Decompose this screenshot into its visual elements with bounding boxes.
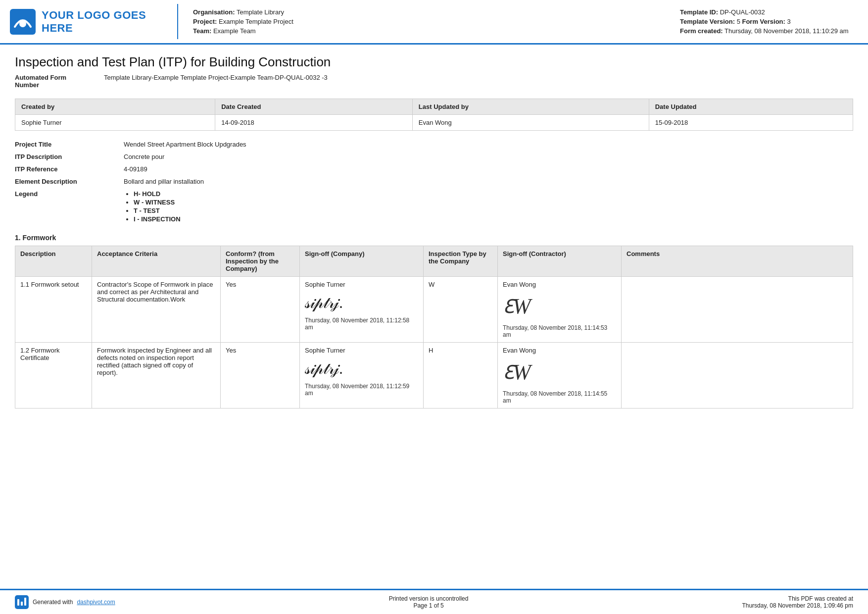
- row1-signoff-contractor: Evan Wong Ɛ W Thursday, 08 November 2018…: [498, 277, 622, 343]
- row1-signoff-company: Sophie Turner 𝓈𝒾𝓅𝓉𝓇𝒿. Thursday, 08 Novem…: [300, 277, 424, 343]
- header-meta-center: Organisation: Template Library Project: …: [178, 4, 670, 39]
- page-number: Page 1 of 5: [389, 602, 469, 609]
- form-number-value: Template Library-Example Template Projec…: [104, 74, 328, 81]
- form-created-label: Form created:: [680, 27, 723, 35]
- row1-inspection-type: W: [424, 277, 498, 343]
- project-value: Example Template Project: [219, 18, 293, 25]
- itp-ref-row: ITP Reference 4-09189: [15, 165, 853, 173]
- page-label: Page: [413, 602, 427, 609]
- doc-title: Inspection and Test Plan (ITP) for Build…: [15, 54, 853, 70]
- itp-ref-value: 4-09189: [124, 165, 147, 173]
- page-current: 1: [429, 602, 433, 609]
- legend-list: H- HOLD W - WITNESS T - TEST I - INSPECT…: [134, 190, 181, 223]
- project-details: Project Title Wendel Street Apartment Bl…: [15, 141, 853, 224]
- template-id-row: Template ID: DP-QUAL-0032: [680, 8, 858, 16]
- footer-left: Generated with dashpivot.com: [15, 595, 115, 609]
- generated-text: Generated with: [33, 599, 73, 606]
- pdf-created-value: Thursday, 08 November 2018, 1:09:46 pm: [742, 602, 853, 609]
- itp-ref-label: ITP Reference: [15, 165, 124, 173]
- table-row: 1.1 Formwork setout Contractor's Scope o…: [15, 277, 853, 343]
- th-comments: Comments: [622, 246, 853, 277]
- section1-title: 1. Formwork: [15, 234, 853, 242]
- date-updated-value: 15-09-2018: [649, 115, 853, 131]
- form-number-row: Automated FormNumber Template Library-Ex…: [15, 74, 853, 89]
- org-label: Organisation:: [193, 8, 235, 16]
- row1-company-sig-date: Thursday, 08 November 2018, 11:12:58 am: [305, 317, 418, 331]
- main-content: Inspection and Test Plan (ITP) for Build…: [0, 45, 868, 428]
- legend-row: Legend H- HOLD W - WITNESS T - TEST I - …: [15, 190, 853, 224]
- team-value: Example Team: [213, 27, 256, 35]
- info-table: Created by Date Created Last Updated by …: [15, 99, 853, 131]
- element-desc-row: Element Description Bollard and pillar i…: [15, 178, 853, 185]
- row2-signoff-contractor: Evan Wong Ɛ W Thursday, 08 November 2018…: [498, 343, 622, 409]
- page-footer: Generated with dashpivot.com Printed ver…: [0, 589, 868, 614]
- form-created-value: Thursday, 08 November 2018, 11:10:29 am: [724, 27, 849, 35]
- th-date-created: Date Created: [215, 99, 413, 115]
- legend-item-0: H- HOLD: [134, 190, 181, 198]
- last-updated-value: Evan Wong: [412, 115, 649, 131]
- row2-contractor-sig-date: Thursday, 08 November 2018, 11:14:55 am: [503, 390, 616, 404]
- row2-criteria: Formwork inspected by Engineer and all d…: [92, 343, 221, 409]
- form-created-row: Form created: Thursday, 08 November 2018…: [680, 27, 858, 35]
- row2-description: 1.2 Formwork Certificate: [15, 343, 92, 409]
- svg-rect-5: [24, 598, 26, 606]
- project-label: Project:: [193, 18, 217, 25]
- element-desc-value: Bollard and pillar installation: [124, 178, 204, 185]
- legend-item-3: I - INSPECTION: [134, 215, 181, 223]
- footer-center: Printed version is uncontrolled Page 1 o…: [389, 595, 469, 609]
- row2-inspection-type: H: [424, 343, 498, 409]
- th-criteria: Acceptance Criteria: [92, 246, 221, 277]
- project-row: Project: Example Template Project: [193, 18, 655, 25]
- page-of: of 5: [434, 602, 444, 609]
- row2-signoff-company: Sophie Turner 𝓈𝒾𝓅𝓉𝓇𝒿. Thursday, 08 Novem…: [300, 343, 424, 409]
- table-row: 1.2 Formwork Certificate Formwork inspec…: [15, 343, 853, 409]
- row2-conform: Yes: [221, 343, 300, 409]
- th-created-by: Created by: [15, 99, 215, 115]
- org-row: Organisation: Template Library: [193, 8, 655, 16]
- row2-company-signature: 𝓈𝒾𝓅𝓉𝓇𝒿.: [305, 356, 418, 381]
- row2-company-sig-date: Thursday, 08 November 2018, 11:12:59 am: [305, 383, 418, 397]
- section1-table: Description Acceptance Criteria Conform?…: [15, 246, 853, 409]
- row1-conform: Yes: [221, 277, 300, 343]
- template-id-label: Template ID:: [680, 8, 718, 16]
- logo-section: YOUR LOGO GOES HERE: [10, 4, 178, 39]
- row1-company-signer-name: Sophie Turner: [305, 281, 418, 288]
- dashpivot-link[interactable]: dashpivot.com: [77, 599, 115, 606]
- row2-company-signer-name: Sophie Turner: [305, 347, 418, 354]
- pdf-created-label: This PDF was created at: [742, 595, 853, 602]
- template-id-value: DP-QUAL-0032: [720, 8, 765, 16]
- row2-contractor-signature: Ɛ W: [503, 356, 616, 388]
- dashpivot-icon: [15, 595, 29, 609]
- date-created-value: 14-09-2018: [215, 115, 413, 131]
- page-header: YOUR LOGO GOES HERE Organisation: Templa…: [0, 0, 868, 45]
- project-title-label: Project Title: [15, 141, 124, 148]
- itp-desc-row: ITP Description Concrete pour: [15, 153, 853, 160]
- header-meta-right: Template ID: DP-QUAL-0032 Template Versi…: [670, 4, 858, 39]
- data-table-header-row: Description Acceptance Criteria Conform?…: [15, 246, 853, 277]
- template-version-row: Template Version: 5 Form Version: 3: [680, 18, 858, 25]
- org-value: Template Library: [237, 8, 284, 16]
- info-table-row: Sophie Turner 14-09-2018 Evan Wong 15-09…: [15, 115, 853, 131]
- project-title-value: Wendel Street Apartment Block Updgrades: [124, 141, 246, 148]
- th-description: Description: [15, 246, 92, 277]
- row2-comments: [622, 343, 853, 409]
- th-signoff-contractor: Sign-off (Contractor): [498, 246, 622, 277]
- element-desc-label: Element Description: [15, 178, 124, 185]
- created-by-value: Sophie Turner: [15, 115, 215, 131]
- form-number-label: Automated FormNumber: [15, 74, 104, 89]
- svg-rect-4: [21, 602, 23, 606]
- row1-criteria: Contractor's Scope of Formwork in place …: [92, 277, 221, 343]
- row1-contractor-signature: Ɛ W: [503, 290, 616, 322]
- itp-desc-label: ITP Description: [15, 153, 124, 160]
- th-inspection-type: Inspection Type by the Company: [424, 246, 498, 277]
- footer-right: This PDF was created at Thursday, 08 Nov…: [742, 595, 853, 609]
- th-date-updated: Date Updated: [649, 99, 853, 115]
- legend-item-1: W - WITNESS: [134, 199, 181, 206]
- th-conform: Conform? (from Inspection by the Company…: [221, 246, 300, 277]
- legend-item-2: T - TEST: [134, 207, 181, 214]
- legend-content: H- HOLD W - WITNESS T - TEST I - INSPECT…: [124, 190, 181, 224]
- project-title-row: Project Title Wendel Street Apartment Bl…: [15, 141, 853, 148]
- row1-company-signature: 𝓈𝒾𝓅𝓉𝓇𝒿.: [305, 290, 418, 315]
- logo-icon: [10, 9, 36, 35]
- row1-comments: [622, 277, 853, 343]
